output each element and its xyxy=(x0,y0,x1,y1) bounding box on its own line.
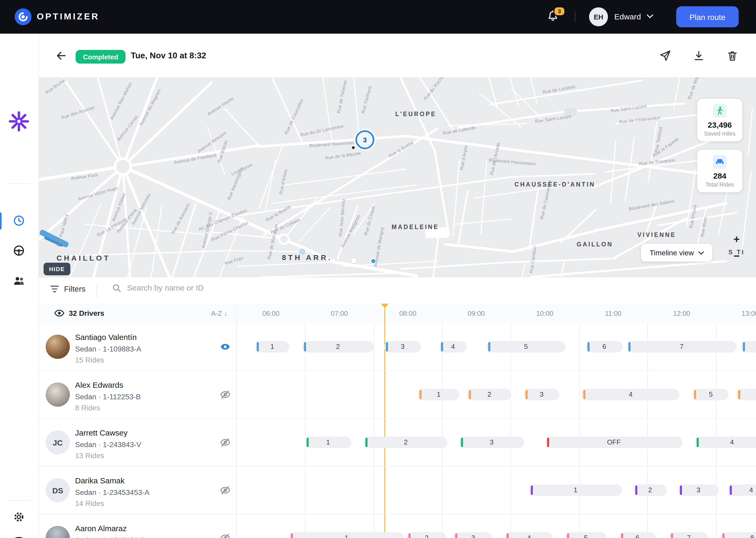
map-cluster-marker[interactable]: 3 xyxy=(355,130,374,149)
back-arrow-icon[interactable] xyxy=(55,49,68,62)
segment-color-cap xyxy=(738,390,740,399)
filters-button[interactable]: Filters xyxy=(50,284,86,293)
ride-segment[interactable]: 5 xyxy=(565,532,606,538)
segment-color-cap xyxy=(547,438,549,447)
ride-segment[interactable]: 4 xyxy=(695,437,756,448)
brand-name: OPTIMIZER xyxy=(37,12,100,22)
ride-segment[interactable]: 3 xyxy=(678,484,719,496)
delete-trash-icon[interactable] xyxy=(726,49,739,62)
visibility-toggle[interactable] xyxy=(220,389,230,400)
ride-segment[interactable]: 3 xyxy=(385,341,421,352)
segment-color-cap xyxy=(671,533,673,538)
zoom-out-button[interactable]: − xyxy=(729,248,744,263)
ride-segment[interactable]: 7 xyxy=(669,532,708,538)
ride-segment[interactable]: 3 xyxy=(524,389,559,400)
visibility-toggle[interactable] xyxy=(220,533,230,538)
segment-label: 1 xyxy=(529,484,622,496)
ride-segment[interactable]: 5 xyxy=(487,341,565,352)
visibility-toggle[interactable] xyxy=(220,437,230,448)
segment-label: 5 xyxy=(693,389,729,400)
driver-avatar: DS xyxy=(46,478,70,502)
visibility-toggle[interactable] xyxy=(220,485,230,496)
download-icon[interactable] xyxy=(692,49,705,62)
timeline-header: 32 Drivers A-Z ↓ 06:0007:0008:0009:0010:… xyxy=(38,304,756,324)
sort-a-z[interactable]: A-Z ↓ xyxy=(196,309,227,317)
segment-label: 4 xyxy=(728,484,756,496)
ride-segment[interactable]: 1 xyxy=(418,389,459,400)
sidebar-item-customers-people-icon[interactable] xyxy=(13,274,25,287)
ride-segment[interactable]: 2 xyxy=(467,389,511,400)
sidebar-item-drivers-wheel-icon[interactable] xyxy=(13,244,25,257)
plan-route-button[interactable]: Plan route xyxy=(676,6,739,27)
ride-segment[interactable]: 8 xyxy=(741,341,756,352)
ride-segment[interactable]: 4 xyxy=(728,484,756,496)
collapse-sidebar-icon[interactable] xyxy=(10,537,28,538)
driver-avatar xyxy=(46,383,70,407)
user-menu-chevron-down-icon[interactable] xyxy=(647,14,653,19)
driver-row[interactable]: Santiago Valentín Sedan · 1-109883-A 15 … xyxy=(38,323,756,371)
drivers-count: 32 Drivers xyxy=(69,309,104,317)
driver-row[interactable]: DS Darika Samak Sedan · 1-23453453-A 14 … xyxy=(38,466,756,514)
segment-color-cap xyxy=(441,342,443,351)
segment-color-cap xyxy=(722,533,724,538)
company-logo-icon xyxy=(7,110,30,133)
user-avatar[interactable]: EH xyxy=(589,7,608,26)
ride-segment[interactable]: 2 xyxy=(303,341,374,352)
timeline-view-dropdown[interactable]: Timeline view xyxy=(641,244,712,262)
notifications-bell-icon[interactable]: 3 xyxy=(546,10,562,25)
driver-row[interactable]: Alex Edwards Sedan · 1-112253-B 8 Rides … xyxy=(38,371,756,419)
map-stats-panel: 23,496 Saved miles 284 Total Rides xyxy=(697,99,742,192)
ride-segment[interactable]: 8 xyxy=(721,532,756,538)
segment-label: 3 xyxy=(678,484,719,496)
ride-segment[interactable]: 7 xyxy=(627,341,736,352)
ride-segment[interactable]: 2 xyxy=(364,437,448,448)
toggle-all-visibility-eye-icon[interactable] xyxy=(54,308,65,318)
ride-segment[interactable]: 5 xyxy=(693,389,729,400)
ride-segment[interactable]: 6 xyxy=(736,389,756,400)
eye-off-icon xyxy=(220,485,230,496)
driver-name: Aaron Almaraz xyxy=(75,523,146,534)
driver-timeline-lane: 123OFF4 xyxy=(236,419,756,466)
hour-label: 08:00 xyxy=(399,309,416,317)
segment-color-cap xyxy=(409,533,411,538)
driver-avatar xyxy=(46,335,70,359)
ride-segment[interactable]: 4 xyxy=(440,341,467,352)
topbar-divider xyxy=(575,11,575,23)
user-name[interactable]: Edward xyxy=(614,12,641,21)
visibility-toggle[interactable] xyxy=(220,342,230,352)
search-input[interactable] xyxy=(126,283,286,293)
driver-rides-count: 13 Rides xyxy=(75,451,141,460)
segment-color-cap xyxy=(469,390,471,399)
driver-timeline-lane: 1234 xyxy=(236,466,756,514)
ride-segment[interactable]: 2 xyxy=(407,532,446,538)
share-send-icon[interactable] xyxy=(659,49,672,62)
ride-segment[interactable]: 1 xyxy=(529,484,622,496)
driver-row[interactable]: Aaron Almaraz Sedan · 1-4567653-D 123456… xyxy=(38,514,756,538)
ride-segment[interactable]: 1 xyxy=(305,437,351,448)
settings-gear-icon[interactable] xyxy=(13,511,25,523)
ride-segment[interactable]: 4 xyxy=(582,389,680,400)
driver-text: Aaron Almaraz Sedan · 1-4567653-D xyxy=(75,523,146,538)
ride-segment[interactable]: 6 xyxy=(586,341,623,352)
ride-segment[interactable]: 1 xyxy=(289,532,404,538)
ride-segment[interactable]: 2 xyxy=(634,484,667,496)
segment-label: OFF xyxy=(545,437,683,448)
sidebar-item-timeline-clock-icon[interactable] xyxy=(13,214,25,227)
driver-info: DS Darika Samak Sedan · 1-23453453-A 14 … xyxy=(38,466,236,514)
filters-divider xyxy=(97,283,97,298)
driver-row[interactable]: JC Jarrett Cawsey Sedan · 1-243843-V 13 … xyxy=(38,419,756,466)
map-canvas[interactable]: Rue BrunelRue des AcaciasAvenue Mac-Maho… xyxy=(38,77,756,277)
eye-off-icon xyxy=(220,533,230,538)
driver-info: Aaron Almaraz Sedan · 1-4567653-D xyxy=(38,514,236,538)
total-rides-label: Total Rides xyxy=(706,181,734,188)
hide-panel-button[interactable]: HIDE xyxy=(44,263,71,275)
filter-icon xyxy=(50,285,59,293)
status-badge: Completed xyxy=(75,50,125,64)
ride-segment[interactable]: 1 xyxy=(255,341,289,352)
off-duty-segment[interactable]: OFF xyxy=(545,437,683,448)
ride-segment[interactable]: 3 xyxy=(459,437,524,448)
ride-segment[interactable]: 3 xyxy=(453,532,493,538)
zoom-in-button[interactable]: + xyxy=(729,232,744,246)
ride-segment[interactable]: 4 xyxy=(505,532,553,538)
ride-segment[interactable]: 6 xyxy=(619,532,655,538)
